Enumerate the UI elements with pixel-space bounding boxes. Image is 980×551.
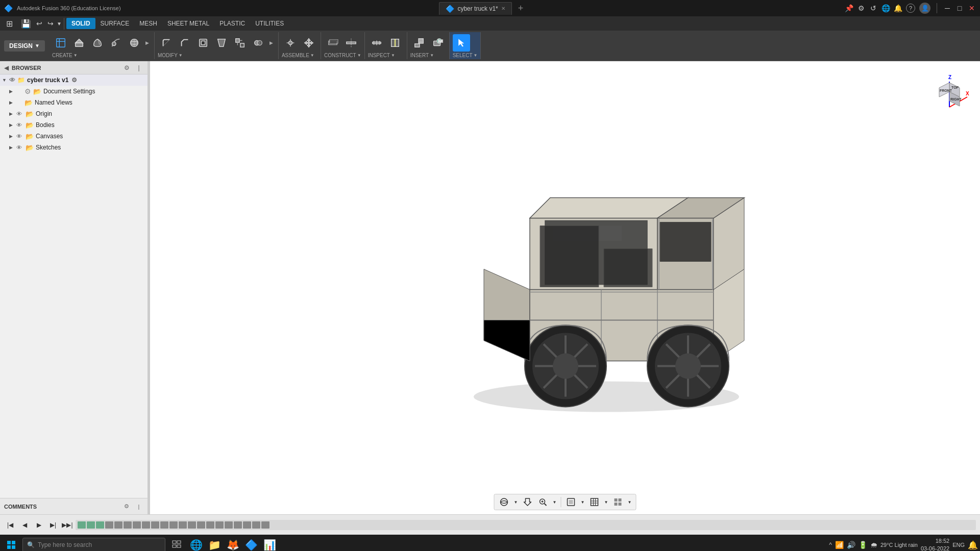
comments-settings-btn[interactable]: ⚙ [122, 502, 131, 511]
root-settings-icon[interactable]: ⚙ [71, 77, 77, 84]
timeline-item[interactable] [160, 521, 168, 529]
document-tab[interactable]: 🔷 cyber truck v1* ✕ [439, 2, 511, 15]
timeline-item[interactable] [124, 521, 132, 529]
canvases-eye-icon[interactable]: 👁 [16, 133, 24, 139]
new-tab-btn[interactable]: + [515, 3, 527, 14]
display-dropdown-btn[interactable]: ▼ [580, 495, 586, 509]
draft-btn[interactable] [213, 34, 230, 52]
network-icon[interactable]: 📶 [835, 541, 844, 549]
zoom-dropdown-btn[interactable]: ▼ [552, 495, 558, 509]
extrude-btn[interactable] [70, 34, 88, 52]
utilities-tab[interactable]: UTILITIES [250, 18, 289, 29]
mesh-tab[interactable]: MESH [134, 18, 162, 29]
bodies-eye-icon[interactable]: 👁 [16, 122, 24, 128]
timeline-item[interactable] [169, 521, 178, 529]
viewport[interactable]: Z X TOP FRONT RIGHT ▼ [150, 61, 980, 514]
sketches-eye-icon[interactable]: 👁 [16, 144, 24, 151]
language-indicator[interactable]: ENG [952, 542, 965, 548]
battery-icon[interactable]: 🔋 [859, 541, 867, 549]
view-options-btn[interactable] [611, 495, 625, 509]
timeline-item[interactable] [87, 521, 95, 529]
move-btn[interactable] [300, 34, 317, 52]
notification-btn[interactable]: 🔔 [968, 540, 978, 550]
browser-collapse-arrow[interactable]: ◀ [4, 64, 9, 71]
canvases-item[interactable]: ▶ 👁 📂 Canvases [0, 131, 148, 142]
scale-btn[interactable] [231, 34, 249, 52]
taskbar-clock[interactable]: 18:52 03-06-2022 [921, 537, 949, 551]
edge-browser-btn[interactable]: 🌐 [188, 537, 204, 551]
browser-settings-btn[interactable]: ⚙ [122, 63, 131, 72]
timeline-next-btn[interactable]: ▶| [47, 519, 59, 531]
minimize-btn[interactable]: ─ [943, 4, 951, 12]
surface-tab[interactable]: SURFACE [95, 18, 135, 29]
refresh-btn[interactable]: ↺ [869, 4, 877, 12]
autodesk-app-btn[interactable]: 🔷 [243, 537, 259, 551]
create-label[interactable]: CREATE ▼ [52, 52, 78, 59]
bodies-item[interactable]: ▶ 👁 📂 Bodies [0, 119, 148, 131]
create-more-btn[interactable]: ▶ [144, 34, 151, 52]
system-tray-chevron[interactable]: ^ [829, 541, 832, 548]
timeline-item[interactable] [151, 521, 159, 529]
tab-close-btn[interactable]: ✕ [501, 6, 505, 11]
shell-btn[interactable] [194, 34, 212, 52]
firefox-btn[interactable]: 🦊 [225, 537, 241, 551]
inspect-label[interactable]: INSPECT ▼ [368, 52, 395, 59]
solid-tab[interactable]: SOLID [66, 18, 95, 29]
chamfer-btn[interactable] [176, 34, 193, 52]
sketches-item[interactable]: ▶ 👁 📂 Sketches [0, 142, 148, 153]
origin-item[interactable]: ▶ 👁 📂 Origin [0, 108, 148, 119]
decal-btn[interactable]: IMG [429, 34, 446, 52]
fillet-btn[interactable] [158, 34, 175, 52]
timeline-item[interactable] [179, 521, 187, 529]
timeline-item[interactable] [243, 521, 251, 529]
timeline-item[interactable] [78, 521, 86, 529]
view-dropdown-btn[interactable]: ▼ [627, 495, 633, 509]
offset-plane-btn[interactable] [324, 34, 341, 52]
undo-dropdown-btn[interactable]: ▼ [57, 21, 62, 27]
view-cube[interactable]: Z X TOP FRONT RIGHT [929, 71, 970, 112]
sound-icon[interactable]: 🔊 [847, 541, 855, 549]
browser-expand-btn[interactable]: | [134, 63, 143, 72]
save-btn[interactable]: 💾 [19, 18, 33, 30]
combine-btn[interactable] [250, 34, 267, 52]
timeline-item[interactable] [197, 521, 205, 529]
cross-section-btn[interactable] [386, 34, 404, 52]
grid-menu-btn[interactable]: ⊞ [2, 19, 17, 29]
timeline-track[interactable] [76, 520, 976, 530]
comments-expand-btn[interactable]: | [134, 502, 143, 511]
windows-start-btn[interactable] [2, 536, 20, 551]
construct-label[interactable]: CONSTRUCT ▼ [324, 52, 361, 59]
zoom-btn[interactable] [536, 495, 550, 509]
task-view-btn[interactable] [167, 536, 186, 551]
sphere-btn[interactable] [126, 34, 143, 52]
user-avatar[interactable]: 👤 [919, 3, 930, 14]
timeline-item[interactable] [142, 521, 150, 529]
timeline-item[interactable] [133, 521, 141, 529]
new-component-btn[interactable] [52, 34, 69, 52]
named-views-item[interactable]: ▶ 📂 Named Views [0, 97, 148, 108]
timeline-play-btn[interactable]: ▶ [33, 519, 45, 531]
timeline-item[interactable] [105, 521, 113, 529]
root-tree-item[interactable]: ▼ 👁 📁 cyber truck v1 ⚙ [0, 74, 148, 86]
timeline-end-btn[interactable]: ▶▶| [61, 519, 74, 531]
modify-label[interactable]: MODIFY ▼ [158, 52, 183, 59]
revolve-btn[interactable] [89, 34, 106, 52]
maximize-btn[interactable]: □ [955, 4, 964, 12]
undo-btn[interactable]: ↩ [34, 18, 44, 29]
timeline-item[interactable] [261, 521, 270, 529]
close-btn[interactable]: ✕ [968, 4, 976, 12]
sheet-metal-tab[interactable]: SHEET METAL [162, 18, 214, 29]
midplane-btn[interactable] [342, 34, 360, 52]
origin-eye-icon[interactable]: 👁 [16, 111, 24, 117]
joint-btn[interactable] [282, 34, 299, 52]
bell-btn[interactable]: 🔔 [894, 4, 902, 12]
orbit-dropdown-btn[interactable]: ▼ [513, 495, 519, 509]
display-mode-btn[interactable] [565, 495, 578, 509]
globe-btn[interactable]: 🌐 [881, 4, 890, 12]
timeline-item[interactable] [206, 521, 214, 529]
timeline-prev-btn[interactable]: ◀ [18, 519, 31, 531]
timeline-item[interactable] [252, 521, 260, 529]
document-settings-item[interactable]: ▶ ⚙ 📂 Document Settings [0, 86, 148, 97]
pan-btn[interactable] [521, 495, 534, 509]
timeline-item[interactable] [96, 521, 104, 529]
